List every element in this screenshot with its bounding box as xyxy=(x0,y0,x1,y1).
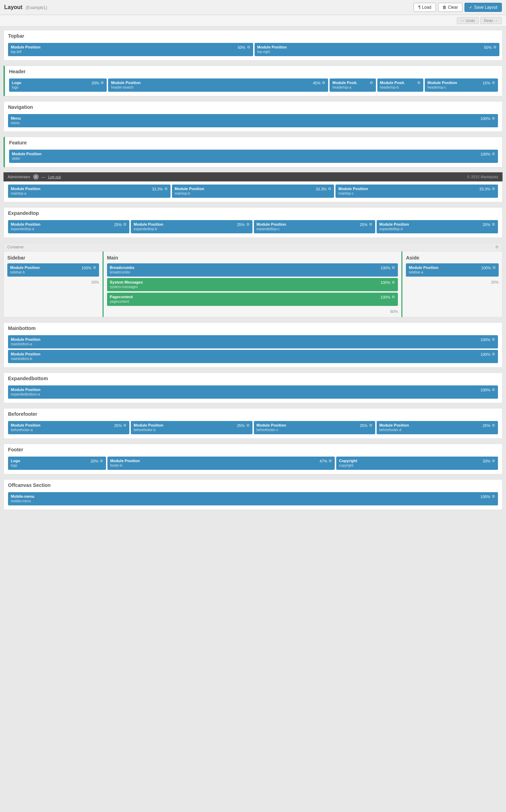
header-row: Logo logo 20% ⚙ Module Position header-s… xyxy=(9,78,498,92)
header-module-headertop-a[interactable]: Module Posit. headertop-a ⚙ xyxy=(330,78,376,92)
gear-icon[interactable]: ⚙ xyxy=(417,81,421,85)
gear-icon[interactable]: ⚙ xyxy=(392,295,395,299)
beforefooter-module-d[interactable]: Module Position beforefooter-d 25% ⚙ xyxy=(377,421,498,434)
beforefooter-body: Module Position beforefooter-a 25% ⚙ Mod… xyxy=(4,418,502,438)
container-header: Container ⚙ xyxy=(4,243,502,251)
mainbottom-row-b: Module Position mainbottom-b 100% ⚙ xyxy=(8,350,498,363)
beforefooter-module-b[interactable]: Module Position beforefooter-b 25% ⚙ xyxy=(131,421,252,434)
aside-col: Aside Module Position sidebar-a 100% ⚙ 2… xyxy=(402,251,502,317)
feature-module-slider[interactable]: Module Position slider 100% ⚙ xyxy=(9,150,498,163)
main-module-system-messages[interactable]: System Messages system-messages 100% ⚙ xyxy=(107,278,398,291)
gear-icon[interactable]: ⚙ xyxy=(246,222,250,227)
expandedtop-module-d[interactable]: Module Position expandedtop-d 25% ⚙ xyxy=(377,220,498,233)
maintop-body: Module Position maintop-a 33.3% ⚙ Module… xyxy=(4,182,502,202)
logout-link[interactable]: Log out xyxy=(48,175,61,179)
load-button[interactable]: ¶ Load xyxy=(414,3,436,12)
expandedbottom-section: Expandedbottom Module Position expandedb… xyxy=(3,373,503,403)
gear-icon[interactable]: ⚙ xyxy=(93,265,96,270)
gear-icon[interactable]: ⚙ xyxy=(493,45,497,50)
admin-bar: Administrator A — Log out © 2015 Marktpl… xyxy=(3,172,503,181)
gear-icon[interactable]: ⚙ xyxy=(492,388,495,392)
gear-icon[interactable]: ⚙ xyxy=(246,423,250,428)
header-module-headertop-c[interactable]: Module Position headertop-c 15% ⚙ xyxy=(425,78,498,92)
gear-icon[interactable]: ⚙ xyxy=(392,280,395,285)
mainbottom-body: Module Position mainbottom-a 100% ⚙ Modu… xyxy=(4,332,502,367)
gear-icon[interactable]: ⚙ xyxy=(369,222,372,227)
maintop-section: Module Position maintop-a 33.3% ⚙ Module… xyxy=(3,181,503,202)
gear-icon[interactable]: ⚙ xyxy=(322,81,325,85)
main-messages-row: System Messages system-messages 100% ⚙ xyxy=(107,278,398,291)
gear-icon[interactable]: ⚙ xyxy=(492,459,495,463)
gear-icon[interactable]: ⚙ xyxy=(492,337,495,342)
topbar-module-top-left[interactable]: Module Position top-left 50% ⚙ xyxy=(8,43,253,56)
offcanvas-row: Mobile-menu mobile-menu 100% ⚙ xyxy=(8,492,498,505)
admin-icon: A xyxy=(33,174,39,180)
gear-icon[interactable]: ⚙ xyxy=(492,81,495,85)
expandedbottom-module-a[interactable]: Module Position expandedbottom-a 100% ⚙ xyxy=(8,385,498,399)
maintop-module-a[interactable]: Module Position maintop-a 33.3% ⚙ xyxy=(8,185,171,198)
gear-icon[interactable]: ⚙ xyxy=(100,81,104,85)
toolbar-buttons: ¶ Load 🗑 Clear ✓ Save Layout xyxy=(414,3,502,12)
sidebar-col: Sidebar Module Position sidebar-b 100% ⚙… xyxy=(4,251,104,317)
expandedtop-module-b[interactable]: Module Position expandedtop-b 25% ⚙ xyxy=(131,220,252,233)
save-layout-button[interactable]: ✓ Save Layout xyxy=(465,3,502,12)
header-module-logo[interactable]: Logo logo 20% ⚙ xyxy=(9,78,107,92)
topbar-row: Module Position top-left 50% ⚙ Module Po… xyxy=(8,43,498,56)
undo-button[interactable]: ← Undo xyxy=(457,17,478,24)
sidebar-row: Module Position sidebar-b 100% ⚙ xyxy=(7,263,99,277)
gear-icon[interactable]: ⚙ xyxy=(492,352,495,356)
mainbottom-section: Mainbottom Module Position mainbottom-a … xyxy=(3,322,503,368)
navigation-module-menu[interactable]: Menu menu 100% ⚙ xyxy=(8,114,498,127)
footer-module-b[interactable]: Module Position footer-b 47% ⚙ xyxy=(107,457,335,470)
aside-module-a[interactable]: Module Position sidebar-a 100% ⚙ xyxy=(406,263,499,277)
gear-icon[interactable]: ⚙ xyxy=(370,81,373,85)
check-icon: ✓ xyxy=(469,5,473,10)
beforefooter-module-a[interactable]: Module Position beforefooter-a 25% ⚙ xyxy=(8,421,129,434)
beforefooter-module-c[interactable]: Module Position beforefooter-c 25% ⚙ xyxy=(254,421,375,434)
main-module-breadcrumbs[interactable]: Breadcrumbs breadcrumbs 100% ⚙ xyxy=(107,263,398,277)
footer-label: Footer xyxy=(4,444,502,454)
offcanvas-module-mobile-menu[interactable]: Mobile-menu mobile-menu 100% ⚙ xyxy=(8,492,498,505)
mainbottom-module-a[interactable]: Module Position mainbottom-a 100% ⚙ xyxy=(8,335,498,348)
gear-icon[interactable]: ⚙ xyxy=(492,222,495,227)
container-gear-icon[interactable]: ⚙ xyxy=(495,245,499,249)
gear-icon[interactable]: ⚙ xyxy=(492,423,495,428)
gear-icon[interactable]: ⚙ xyxy=(492,152,495,156)
main-module-pagecontent[interactable]: Pagecontent pagecontent 100% ⚙ xyxy=(107,293,398,306)
offcanvas-body: Mobile-menu mobile-menu 100% ⚙ xyxy=(4,489,502,510)
redo-button[interactable]: Redo → xyxy=(480,17,502,24)
header-module-search[interactable]: Module Position header-search 45% ⚙ xyxy=(108,78,328,92)
topbar-module-top-right[interactable]: Module Position top-right 50% ⚙ xyxy=(255,43,500,56)
gear-icon[interactable]: ⚙ xyxy=(247,45,250,50)
gear-icon[interactable]: ⚙ xyxy=(369,423,372,428)
clear-button[interactable]: 🗑 Clear xyxy=(438,3,463,12)
feature-label: Feature xyxy=(5,137,502,147)
footer-module-copyright[interactable]: Copyright copyright 33% ⚙ xyxy=(336,457,498,470)
gear-icon[interactable]: ⚙ xyxy=(328,459,332,463)
expandedtop-module-c[interactable]: Module Position expandedtop-c 25% ⚙ xyxy=(254,220,375,233)
gear-icon[interactable]: ⚙ xyxy=(100,459,103,463)
beforefooter-label: Beforefooter xyxy=(4,408,502,418)
gear-icon[interactable]: ⚙ xyxy=(492,494,495,499)
gear-icon[interactable]: ⚙ xyxy=(392,265,395,270)
feature-row: Module Position slider 100% ⚙ xyxy=(9,150,498,163)
navigation-row: Menu menu 100% ⚙ xyxy=(8,114,498,127)
footer-module-logo[interactable]: Logo logo 20% ⚙ xyxy=(8,457,106,470)
maintop-module-b[interactable]: Module Position maintop-b 33.3% ⚙ xyxy=(172,185,334,198)
gear-icon[interactable]: ⚙ xyxy=(492,116,495,121)
gear-icon[interactable]: ⚙ xyxy=(164,187,168,191)
gear-icon[interactable]: ⚙ xyxy=(492,187,495,191)
maintop-module-c[interactable]: Module Position maintop-c 33.3% ⚙ xyxy=(335,185,498,198)
gear-icon[interactable]: ⚙ xyxy=(328,187,331,191)
gear-icon[interactable]: ⚙ xyxy=(123,423,127,428)
expandedtop-module-a[interactable]: Module Position expandedtop-a 25% ⚙ xyxy=(8,220,129,233)
load-icon: ¶ xyxy=(418,5,420,10)
mainbottom-module-b[interactable]: Module Position mainbottom-b 100% ⚙ xyxy=(8,350,498,363)
gear-icon[interactable]: ⚙ xyxy=(123,222,127,227)
navigation-label: Navigation xyxy=(4,102,502,111)
sidebar-module-b[interactable]: Module Position sidebar-b 100% ⚙ xyxy=(7,263,99,277)
footer-row: Logo logo 20% ⚙ Module Position footer-b… xyxy=(8,457,498,470)
mainbottom-label: Mainbottom xyxy=(4,323,502,332)
header-module-headertop-b[interactable]: Module Posit. headertop-b ⚙ xyxy=(377,78,423,92)
gear-icon[interactable]: ⚙ xyxy=(492,265,496,270)
